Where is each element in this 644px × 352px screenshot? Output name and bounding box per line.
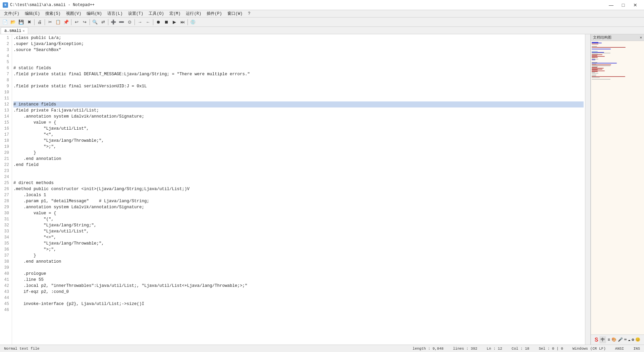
minimap-line [592, 46, 597, 47]
line-number: 28 [0, 198, 10, 204]
minimap-line [592, 73, 598, 74]
menu-encoding[interactable]: 编码(N) [84, 10, 105, 17]
status-length: length : 9,848 [411, 347, 445, 351]
line-number: 13 [0, 107, 10, 114]
sogou-btn-menu[interactable]: ≡ [607, 338, 610, 342]
tb-close[interactable]: ✖ [25, 18, 33, 26]
tb-print[interactable]: 🖨 [36, 18, 43, 26]
minimap [592, 42, 643, 334]
menu-help[interactable]: ? [245, 11, 253, 17]
tb-find[interactable]: 🔍 [91, 18, 99, 26]
menu-search[interactable]: 搜索(S) [43, 10, 63, 17]
menu-view[interactable]: 视图(V) [63, 10, 84, 17]
tb-new[interactable]: 📄 [1, 18, 9, 26]
tab-a-smali[interactable]: a.smali ✕ [1, 27, 28, 34]
tb-zoom-restore[interactable]: ⊙ [126, 18, 133, 26]
tab-close-button[interactable]: ✕ [22, 29, 24, 33]
tb-indent[interactable]: → [136, 18, 144, 26]
code-line: .method public constructor <init>(Ljava/… [13, 186, 584, 192]
code-line: .end annotation [13, 156, 584, 162]
tb-zoomout[interactable]: ➖ [118, 18, 125, 26]
minimap-line [592, 51, 598, 52]
sogou-btn-voice[interactable]: 🎤 [618, 337, 623, 342]
sogou-btn-skin[interactable]: 🎨 [611, 337, 616, 342]
menu-settings[interactable]: 设置(T) [125, 10, 146, 17]
toolbar-sep-5 [108, 19, 108, 25]
tb-macro-run-multi[interactable]: ⏭ [179, 18, 186, 26]
minimap-line [592, 64, 611, 65]
right-panel-close[interactable]: ✕ [640, 35, 642, 40]
sogou-btn-zh[interactable]: 中 [599, 336, 606, 343]
tb-macro-play[interactable]: ▶ [171, 18, 178, 26]
sogou-btn-user[interactable]: 😊 [635, 337, 640, 342]
code-line: .line 55 [13, 277, 584, 283]
tb-unindent[interactable]: ← [144, 18, 152, 26]
tb-redo[interactable]: ↪ [81, 18, 88, 26]
maximize-button[interactable]: □ [617, 0, 629, 10]
code-line: .annotation system Ldalvik/annotation/Si… [13, 114, 584, 120]
sogou-logo[interactable]: S [595, 337, 598, 343]
tb-copy[interactable]: 📋 [54, 18, 62, 26]
menu-tools[interactable]: 工具(O) [146, 10, 167, 17]
menu-plugins[interactable]: 插件(P) [204, 10, 225, 17]
tb-macro-stop[interactable]: ⏹ [163, 18, 170, 26]
line-number: 10 [0, 89, 10, 95]
window-title: C:\test\small\a\a.smali - Notepad++ [10, 3, 95, 7]
minimap-line [592, 79, 610, 80]
sogou-btn-cloud[interactable]: ☁ [628, 337, 630, 342]
menu-bar: 文件(F) 编辑(E) 搜索(S) 视图(V) 编码(N) 语言(L) 设置(T… [0, 10, 644, 17]
title-bar-left: N C:\test\small\a\a.smali - Notepad++ [3, 2, 95, 8]
menu-macro[interactable]: 宏(M) [167, 10, 183, 17]
code-line: if-eqz p2, :cond_0 [13, 289, 584, 295]
code-line: .annotation system Ldalvik/annotation/Si… [13, 204, 584, 210]
code-line: "Ljava/util/List", [13, 126, 584, 132]
toolbar-sep-4 [90, 19, 90, 25]
line-number: 46 [0, 307, 10, 313]
line-number: 5 [0, 59, 10, 65]
status-file-type: Normal text file [3, 347, 41, 351]
menu-window[interactable]: 窗口(W) [225, 10, 246, 17]
editor-scrollbar[interactable] [585, 34, 590, 345]
line-number: 22 [0, 162, 10, 168]
editor-area[interactable]: 1234567891011121314151617181920212223242… [0, 34, 590, 345]
right-panel: 文档结构图 ✕ S 中 ≡ 🎨 🎤 ⌨ ☁ ⚙ 😊 [590, 34, 644, 345]
sogou-btn-settings[interactable]: ⚙ [632, 337, 634, 342]
tb-undo[interactable]: ↩ [73, 18, 80, 26]
menu-run[interactable]: 运行(R) [183, 10, 204, 17]
tb-zoomin[interactable]: ➕ [110, 18, 117, 26]
code-line: .local p2, "innerThrowables":Ljava/util/… [13, 283, 584, 289]
code-line [13, 295, 584, 301]
line-number: 43 [0, 289, 10, 295]
tb-macro-rec[interactable]: ⏺ [155, 18, 162, 26]
tb-open[interactable]: 📂 [9, 18, 17, 26]
menu-edit[interactable]: 编辑(E) [22, 10, 43, 17]
line-number: 2 [0, 41, 10, 47]
menu-language[interactable]: 语言(L) [105, 10, 125, 17]
line-number: 4 [0, 53, 10, 59]
minimap-line [592, 59, 595, 60]
close-button[interactable]: ✕ [629, 0, 641, 10]
toolbar-sep-6 [135, 19, 135, 25]
line-number: 18 [0, 138, 10, 144]
code-line [13, 265, 584, 271]
line-number: 39 [0, 265, 10, 271]
sogou-btn-keyboard[interactable]: ⌨ [624, 337, 627, 342]
tb-save[interactable]: 💾 [17, 18, 25, 26]
code-line [13, 89, 584, 95]
line-number: 1 [0, 35, 10, 41]
line-number: 30 [0, 210, 10, 216]
minimap-line [592, 66, 598, 67]
code-line: value = { [13, 210, 584, 216]
status-right: length : 9,848 lines : 392 Ln : 12 Col :… [411, 347, 641, 351]
line-number: 26 [0, 186, 10, 192]
code-content[interactable]: .class public La/a;.super Ljava/lang/Exc… [12, 34, 585, 345]
menu-file[interactable]: 文件(F) [1, 10, 22, 17]
tb-about[interactable]: 💿 [189, 18, 197, 26]
tb-cut[interactable]: ✂ [46, 18, 54, 26]
minimap-line [592, 61, 594, 62]
minimize-button[interactable]: — [605, 0, 617, 10]
tb-replace[interactable]: ⇄ [99, 18, 107, 26]
tb-paste[interactable]: 📌 [62, 18, 70, 26]
minimap-line [592, 53, 610, 53]
minimap-line [592, 44, 594, 45]
